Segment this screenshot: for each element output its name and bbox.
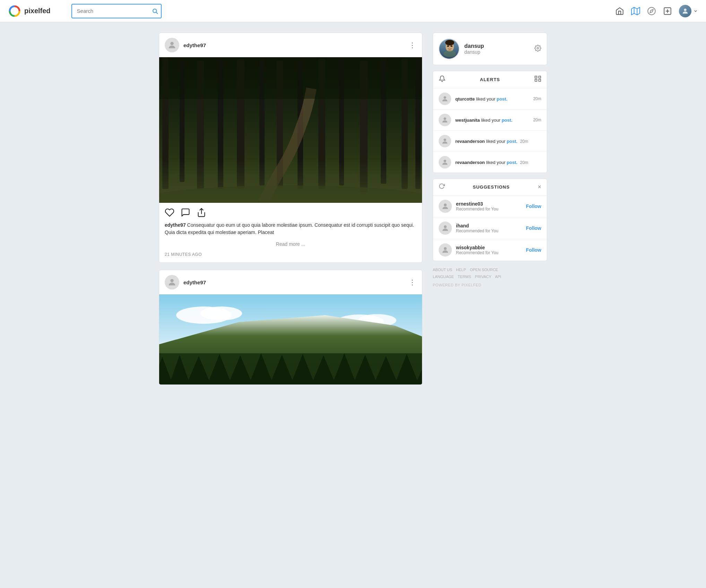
alert-text: qturcotte liked your post. xyxy=(455,96,529,102)
suggestion-info-3: wisokyabbie Recommended for You xyxy=(456,245,522,255)
svg-rect-49 xyxy=(535,76,537,78)
alerts-list: qturcotte liked your post. 20m westjuani… xyxy=(433,88,547,173)
alert-avatar xyxy=(439,156,451,168)
suggestion-username-2[interactable]: ihand xyxy=(456,223,522,228)
suggestion-username[interactable]: ernestine03 xyxy=(456,201,522,207)
alert-username[interactable]: qturcotte xyxy=(455,96,475,102)
footer-privacy-link[interactable]: PRIVACY xyxy=(475,275,491,279)
footer-language-link[interactable]: LANGUAGE xyxy=(433,275,454,279)
post-caption-username[interactable]: edythe97 xyxy=(165,222,186,228)
profile-settings-icon[interactable] xyxy=(534,45,541,53)
post-actions xyxy=(159,203,422,220)
svg-point-28 xyxy=(159,185,422,203)
search-icon xyxy=(152,8,158,14)
plus-square-icon[interactable] xyxy=(663,7,672,16)
sidebar: dansup dansup ALERTS xyxy=(433,33,547,288)
suggestion-item-2: ihand Recommended for You Follow xyxy=(433,217,547,239)
app-name: pixelfed xyxy=(24,7,51,15)
svg-point-47 xyxy=(445,40,454,45)
suggestion-username-3[interactable]: wisokyabbie xyxy=(456,245,522,250)
post-image-mountain xyxy=(159,294,422,384)
post-username[interactable]: edythe97 xyxy=(183,42,206,48)
footer-api-link[interactable]: API xyxy=(495,275,501,279)
follow-button-1[interactable]: Follow xyxy=(526,204,541,209)
heart-icon xyxy=(165,208,174,217)
chevron-down-icon xyxy=(694,9,698,13)
alert-time: 20m xyxy=(533,96,541,101)
post-more-button-2[interactable]: ⋮ xyxy=(409,279,416,286)
alert-action: liked your xyxy=(476,96,497,102)
svg-marker-7 xyxy=(650,9,653,12)
svg-rect-50 xyxy=(539,76,541,78)
profile-name[interactable]: dansup xyxy=(464,43,530,49)
feed: edythe97 ⋮ xyxy=(159,33,422,385)
svg-point-48 xyxy=(537,47,539,49)
alert-avatar xyxy=(439,135,451,147)
alert-post-link[interactable]: post. xyxy=(497,96,507,102)
alert-post-link-4[interactable]: post. xyxy=(507,160,517,165)
alerts-settings-icon[interactable] xyxy=(534,75,541,84)
suggestion-avatar-2 xyxy=(439,222,452,235)
alert-username-2[interactable]: westjuanita xyxy=(455,118,480,123)
close-icon[interactable]: × xyxy=(537,183,541,191)
svg-point-46 xyxy=(450,45,453,47)
read-more-link[interactable]: Read more ... xyxy=(276,241,305,247)
alert-avatar xyxy=(439,114,451,126)
compass-icon[interactable] xyxy=(647,7,656,16)
profile-handle: dansup xyxy=(464,49,530,55)
post-user: edythe97 xyxy=(165,38,206,52)
footer-about-link[interactable]: ABOUT US xyxy=(433,268,452,272)
follow-button-3[interactable]: Follow xyxy=(526,247,541,253)
suggestion-avatar-3 xyxy=(439,243,452,257)
svg-point-44 xyxy=(444,50,456,57)
refresh-icon[interactable] xyxy=(439,183,445,191)
suggestions-card: SUGGESTIONS × ernestine03 Recommended fo… xyxy=(433,179,547,261)
search-button[interactable] xyxy=(148,5,162,18)
search-input[interactable] xyxy=(72,8,148,14)
follow-button-2[interactable]: Follow xyxy=(526,225,541,231)
share-button[interactable] xyxy=(197,208,206,217)
svg-point-12 xyxy=(170,42,173,45)
logo-link[interactable]: pixelfed xyxy=(8,5,51,17)
alert-post-link-3[interactable]: post. xyxy=(507,139,517,144)
svg-point-57 xyxy=(444,204,447,206)
nav-icons xyxy=(615,5,698,17)
alert-post-link-2[interactable]: post. xyxy=(502,118,513,123)
map-icon[interactable] xyxy=(631,7,640,16)
alert-time-inline-4: 20m xyxy=(520,160,528,165)
alert-text-2: westjuanita liked your post. xyxy=(455,118,529,123)
share-icon xyxy=(197,208,206,217)
suggestion-sub: Recommended for You xyxy=(456,207,522,211)
alerts-card: ALERTS qturcotte liked your xyxy=(433,71,547,173)
post-more-button[interactable]: ⋮ xyxy=(409,42,416,49)
comment-icon xyxy=(181,208,190,217)
home-icon[interactable] xyxy=(615,7,624,16)
suggestion-info-2: ihand Recommended for You xyxy=(456,223,522,233)
user-menu[interactable] xyxy=(679,5,698,17)
alert-username-4[interactable]: revaanderson xyxy=(455,160,485,165)
post-header: edythe97 ⋮ xyxy=(159,33,422,57)
svg-point-45 xyxy=(447,45,449,47)
like-button[interactable] xyxy=(165,208,174,217)
header: pixelfed xyxy=(0,0,706,22)
suggestion-item: ernestine03 Recommended for You Follow xyxy=(433,196,547,217)
comment-button[interactable] xyxy=(181,208,190,217)
main-layout: edythe97 ⋮ xyxy=(152,33,554,385)
alert-action-4: liked your xyxy=(486,160,507,165)
alerts-header: ALERTS xyxy=(433,71,547,88)
footer-terms-link[interactable]: TERMS xyxy=(458,275,471,279)
alerts-title: ALERTS xyxy=(446,77,534,82)
alert-avatar xyxy=(439,93,451,105)
post-username-2[interactable]: edythe97 xyxy=(183,279,206,285)
suggestion-sub-2: Recommended for You xyxy=(456,228,522,233)
suggestions-header: SUGGESTIONS × xyxy=(433,179,547,196)
profile-info: dansup dansup xyxy=(464,43,530,55)
footer-help-link[interactable]: HELP xyxy=(456,268,466,272)
alert-action-3: liked your xyxy=(486,139,507,144)
alert-item: revaanderson liked your post. 20m xyxy=(433,131,547,152)
footer-opensource-link[interactable]: OPEN SOURCE xyxy=(470,268,498,272)
alert-time-inline-3: 20m xyxy=(520,139,528,144)
alert-username-3[interactable]: revaanderson xyxy=(455,139,485,144)
alert-action-2: liked your xyxy=(481,118,501,123)
bell-icon[interactable] xyxy=(439,75,446,84)
